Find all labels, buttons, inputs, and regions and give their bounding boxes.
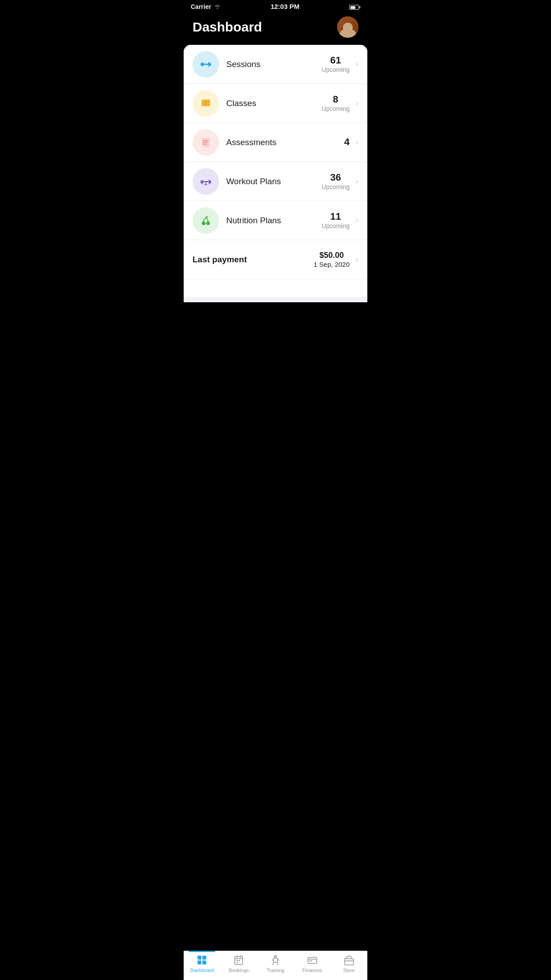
classes-sub: Upcoming [322,105,350,112]
svg-rect-0 [201,63,202,66]
gym-icon [199,174,213,189]
cherry-icon [199,213,213,228]
svg-rect-13 [201,181,202,183]
assessments-label: Assessments [226,138,344,147]
sessions-sub: Upcoming [322,66,350,73]
barbell-icon [199,57,213,71]
nutrition-plans-sub: Upcoming [322,222,350,229]
carrier-label: Carrier [191,3,211,10]
status-left: Carrier [191,3,221,10]
bottom-spacer [184,279,367,297]
assessments-chevron: › [356,138,358,147]
last-payment-chevron: › [356,255,358,264]
nutrition-plans-value: 11 Upcoming [322,211,350,229]
svg-rect-10 [203,140,204,141]
assessments-value: 4 [344,137,350,147]
last-payment-label: Last payment [193,255,314,265]
status-time: 12:03 PM [271,3,299,10]
last-payment-amount: $50.00 [314,251,350,261]
sessions-label: Sessions [226,59,322,69]
classes-chevron: › [356,99,358,108]
sessions-card[interactable]: Sessions 61 Upcoming › [184,45,367,84]
nutrition-plans-chevron: › [356,216,358,225]
svg-point-21 [206,221,210,225]
svg-rect-16 [209,180,210,184]
header: Dashboard [184,12,367,45]
last-payment-value: $50.00 1 Sep, 2020 [314,251,350,268]
classes-number: 8 [322,94,350,105]
svg-rect-11 [203,142,204,142]
svg-rect-1 [202,62,204,67]
svg-rect-3 [208,62,209,67]
status-right [349,3,360,10]
last-payment-date: 1 Sep, 2020 [314,261,350,268]
book-icon [199,96,213,111]
avatar[interactable] [337,16,358,38]
wifi-icon [214,3,221,10]
workout-plans-sub: Upcoming [322,183,350,190]
nutrition-plans-card[interactable]: Nutrition Plans 11 Upcoming › [184,201,367,240]
checklist-icon [199,135,213,150]
status-bar: Carrier 12:03 PM [184,0,367,12]
workout-plans-value: 36 Upcoming [322,172,350,190]
assessments-icon-bg [193,129,219,156]
battery-icon [349,3,360,10]
svg-rect-12 [203,143,204,144]
content-area: Sessions 61 Upcoming › Classes 8 Upcomin… [184,45,367,302]
svg-rect-2 [204,63,208,65]
sessions-icon-bg [193,51,219,78]
sessions-value: 61 Upcoming [322,55,350,73]
svg-rect-14 [202,180,203,184]
workout-plans-card[interactable]: Workout Plans 36 Upcoming › [184,162,367,201]
nutrition-plans-number: 11 [322,211,350,222]
assessments-number: 4 [344,137,350,147]
svg-point-20 [202,221,205,225]
svg-rect-4 [209,63,211,66]
classes-card[interactable]: Classes 8 Upcoming › [184,84,367,123]
last-payment-card[interactable]: Last payment $50.00 1 Sep, 2020 › [184,240,367,279]
assessments-card[interactable]: Assessments 4 › [184,123,367,162]
workout-plans-chevron: › [356,177,358,186]
page-title: Dashboard [193,20,262,35]
sessions-chevron: › [356,59,358,69]
nutrition-icon-bg [193,207,219,234]
classes-icon-bg [193,90,219,117]
classes-label: Classes [226,99,322,108]
svg-rect-17 [210,181,211,183]
classes-value: 8 Upcoming [322,94,350,112]
workout-icon-bg [193,168,219,195]
nutrition-plans-label: Nutrition Plans [226,216,322,225]
sessions-number: 61 [322,55,350,66]
workout-plans-number: 36 [322,172,350,183]
workout-plans-label: Workout Plans [226,177,322,186]
